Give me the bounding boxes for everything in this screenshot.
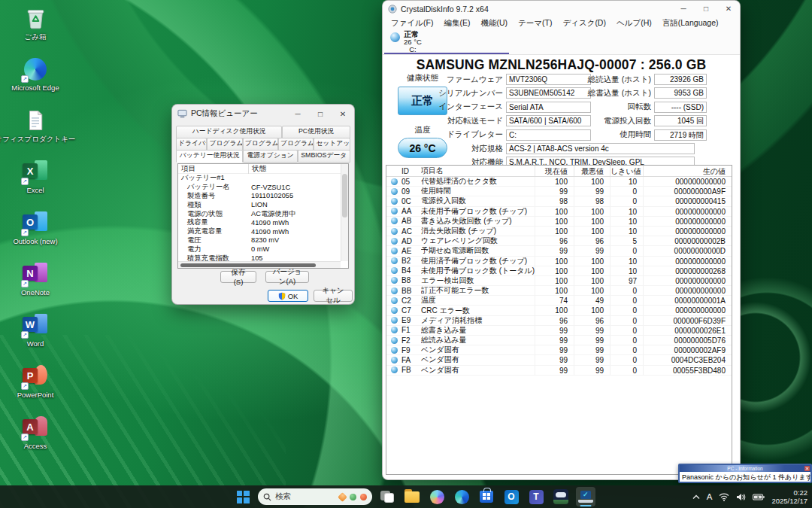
text-document-icon [23, 108, 48, 133]
smart-row[interactable]: ADウェアレベリング回数9696500000000002B [386, 236, 732, 246]
save-button[interactable]: 保存(S) [220, 271, 256, 283]
file-explorer-button[interactable] [402, 487, 422, 506]
tray-chevron-up-icon[interactable] [692, 494, 700, 500]
desktop-icon-excel[interactable]: X Excel [3, 157, 68, 208]
smart-row[interactable]: B4未使用予備ブロック数 (トータル)10010010000000000268 [386, 266, 732, 276]
cdi-menu-item-2[interactable]: 機能(U) [475, 17, 513, 30]
smart-row[interactable]: AC消去失敗回数 (チップ)10010010000000000000 [386, 227, 732, 236]
pc-information-notification[interactable]: PC - Information ✕ Panasonic からのお知らせが 1 … [678, 464, 812, 483]
smart-row[interactable]: AB書き込み失敗回数 (チップ)10010010000000000000 [386, 217, 732, 227]
edge-icon [455, 490, 469, 504]
disk-field-label-0: ファームウェア [383, 75, 506, 85]
notification-message: Panasonic からのお知らせが 1 件あります [680, 472, 810, 483]
microsoft-store-button[interactable] [477, 487, 496, 506]
close-icon[interactable]: ✕ [332, 105, 354, 123]
vertical-scrollbar[interactable] [341, 164, 348, 261]
shortcut-arrow-icon [21, 382, 29, 390]
start-button[interactable] [233, 487, 253, 506]
status-good-orb-icon [391, 307, 398, 314]
clock[interactable]: 0:22 2025/12/17 [771, 488, 807, 505]
pcv-tab-2-1[interactable]: 電源オプション [243, 150, 297, 163]
smart-row[interactable]: E9メディア消耗指標96960000000F6D39F [386, 316, 732, 326]
maximize-icon[interactable]: □ [695, 1, 717, 17]
smart-row[interactable]: 0C電源投入回数98980000000000415 [386, 196, 732, 206]
pcv-tab-1-3[interactable]: プログラム 3 [278, 138, 314, 151]
smart-row[interactable]: B8エラー検出回数10010097000000000000 [386, 276, 732, 286]
smart-row[interactable]: F1総書き込み量999900000000026E1 [386, 326, 732, 336]
edge-button[interactable] [452, 487, 471, 506]
pcv-tab-1-4[interactable]: セットアップ [314, 138, 350, 151]
smart-row[interactable]: B2使用済予備ブロック数 (チップ)10010010000000000000 [386, 257, 732, 266]
smart-row[interactable]: AA未使用予備ブロック数 (チップ)10010010000000000000 [386, 207, 732, 217]
smart-row[interactable]: F2総読み込み量99990000000005D76 [386, 336, 732, 345]
outlook-button[interactable] [501, 487, 521, 506]
desktop-icon-outlook[interactable]: O Outlook (new) [3, 208, 68, 259]
shortcut-arrow-icon [21, 331, 29, 339]
volume-icon[interactable] [736, 493, 746, 501]
smart-row[interactable]: C2温度7449000000000001A [386, 296, 732, 306]
smart-row[interactable]: C7CRC エラー数1001000000000000000 [386, 306, 732, 315]
cdi-menu-item-6[interactable]: 言語(Language) [657, 17, 724, 30]
status-good-orb-icon [391, 257, 398, 264]
smart-row[interactable]: F9ベンダ固有99990000000002AF9 [386, 345, 732, 355]
desktop-icon-edge[interactable]: Microsoft Edge [3, 54, 68, 105]
cdi-menu-item-3[interactable]: テーマ(T) [513, 17, 557, 30]
task-view-button[interactable] [377, 487, 397, 506]
ok-button[interactable]: OK [268, 290, 308, 302]
disk-usage-row-0: 総読込量 (ホスト)23926 GB [588, 73, 707, 86]
horizontal-scrollbar[interactable] [178, 261, 341, 268]
cdi-menu-item-1[interactable]: 編集(E) [438, 17, 475, 30]
desktop-icon-access[interactable]: A Access [3, 412, 68, 464]
pcv-tab-0-1[interactable]: PC使用状況 [282, 126, 350, 138]
smart-row[interactable]: FBベンダ固有9999000055F3BD480 [386, 366, 732, 376]
pcv-tab-0-0[interactable]: ハードディスク使用状況 [176, 126, 282, 138]
minimize-icon[interactable]: ─ [672, 1, 695, 17]
pcv-tab-2-2[interactable]: SMBIOSデータ [298, 150, 350, 163]
maximize-icon[interactable]: □ [309, 105, 332, 123]
smart-row[interactable]: 09使用時間99990000000000A9F [386, 187, 732, 196]
pcv-window-title: PC情報ビューアー [191, 108, 258, 119]
battery-icon[interactable] [753, 494, 765, 500]
copilot-button[interactable] [427, 487, 447, 506]
close-icon[interactable]: ✕ [717, 1, 740, 17]
teams-button[interactable] [526, 487, 546, 506]
disk-usage-row-3: 電源投入回数1045 回 [604, 114, 707, 127]
disk-usage-value-3: 1045 回 [654, 115, 707, 126]
battery-list-row: 満充電容量41090 mWh [178, 227, 348, 236]
outlook-icon: O [23, 210, 48, 236]
cancel-button[interactable]: キャンセル [314, 290, 353, 302]
smart-row[interactable]: 05代替処理済のセクタ数10010010000000000000 [386, 177, 732, 187]
version-button[interactable]: バージョン(A) [265, 271, 309, 283]
disk-usage-value-4: 2719 時間 [654, 129, 707, 141]
search-ornament-icon [360, 494, 367, 500]
disk-field-wide-row-0: 対応規格ACS-2 | ATA8-ACS version 4c [383, 142, 695, 155]
cdi-menu-item-4[interactable]: ディスク(D) [557, 17, 611, 30]
pcv-tab-1-0[interactable]: ドライバー [176, 138, 207, 151]
status-good-orb-icon [391, 327, 398, 333]
desktop-icon-onenote[interactable]: N OneNote [3, 259, 68, 310]
desktop-icon-powerpoint[interactable]: P PowerPoint [3, 361, 68, 412]
pc-settings-utility-button[interactable] [551, 487, 571, 506]
smart-row[interactable]: BB訂正不可能エラー数1001000000000000000 [386, 286, 732, 296]
wifi-icon[interactable] [719, 493, 729, 501]
search-input[interactable]: 検索 [258, 488, 372, 505]
excel-icon: X [23, 159, 48, 184]
pc-info-viewer-taskbar-button[interactable]: ✓ [576, 487, 595, 506]
smart-row[interactable]: FAベンダ固有999900004DC3EB204 [386, 355, 732, 365]
smart-row[interactable]: AE予期せぬ電源断回数9999000000000000D [386, 246, 732, 256]
notification-close-icon[interactable]: ✕ [804, 466, 810, 471]
desktop-icon-recycle-bin[interactable]: ごみ箱 [3, 3, 68, 54]
search-ornament-icon [338, 492, 347, 502]
minimize-icon[interactable]: ─ [286, 105, 309, 123]
battery-list-header: 項目 状態 [178, 164, 348, 174]
pcv-tab-2-0[interactable]: バッテリー使用状況 [176, 150, 243, 163]
ime-indicator[interactable]: A [707, 492, 713, 501]
cdi-menu-item-5[interactable]: ヘルプ(H) [611, 17, 657, 30]
pcv-tab-1-2[interactable]: プログラム 2 [243, 138, 278, 151]
desktop-icon-office-product-key[interactable]: オフィスプロダクトキー [3, 105, 68, 157]
status-good-orb-icon [391, 208, 398, 214]
pcv-tab-1-1[interactable]: プログラム 1 [207, 138, 242, 151]
disk-tab-c-drive[interactable]: 正常 26 °C C: [384, 30, 509, 54]
cdi-menu-item-0[interactable]: ファイル(F) [386, 17, 438, 30]
desktop-icon-word[interactable]: W Word [3, 310, 68, 361]
